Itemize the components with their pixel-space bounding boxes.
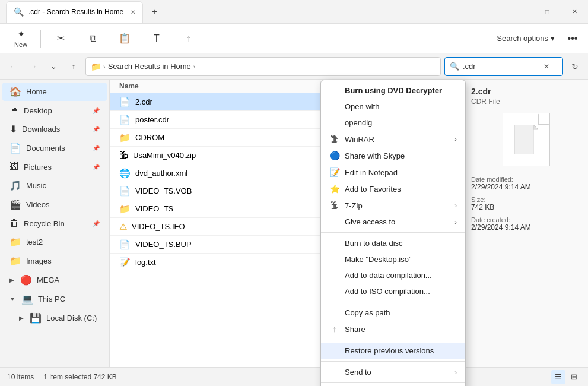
file-icon-video-bup: 📄 — [119, 239, 131, 250]
ctx-add-data-compilation[interactable]: Add to data compilation... — [321, 267, 465, 283]
ctx-winrar-icon: 🗜 — [329, 134, 340, 144]
main-layout: 🏠 Home 🖥 Desktop 📌 ⬇ Downloads 📌 📄 Docum… — [0, 80, 588, 367]
minimize-button[interactable]: ─ — [506, 0, 533, 24]
detail-row-modified: Date modified: 2/29/2024 9:14 AM — [471, 176, 581, 191]
search-options-chevron-icon: ▾ — [551, 34, 555, 43]
ctx-opendlg-label: opendlg — [345, 118, 372, 127]
new-label: New — [14, 41, 27, 48]
search-options-label: Search options — [497, 34, 548, 43]
window-controls: ─ □ ✕ — [506, 0, 588, 24]
ctx-burn-dvd-label: Burn using DVD Decrypter — [345, 86, 442, 95]
ctx-share[interactable]: ↑ Share — [321, 321, 465, 337]
maximize-button[interactable]: □ — [533, 0, 561, 24]
ctx-open-with[interactable]: Open with — [321, 99, 465, 115]
ctx-7zip[interactable]: 🗜 7-Zip › — [321, 197, 465, 214]
ctx-copy-path[interactable]: Copy as path — [321, 305, 465, 321]
file-icon-video-ts: 📁 — [119, 204, 131, 214]
back-button[interactable]: ← — [5, 58, 21, 75]
sidebar-item-mega[interactable]: ▶ 🔴 MEGA — [2, 271, 107, 289]
detail-created-value: 2/29/2024 9:14 AM — [471, 223, 581, 232]
file-icon-dvdauthor: 🌐 — [119, 168, 131, 179]
ctx-add-favorites-label: Add to Favorites — [345, 185, 401, 194]
ctx-make-iso[interactable]: Make "Desktop.iso" — [321, 251, 465, 267]
ctx-sep-5 — [321, 382, 465, 383]
ctx-favorites-icon: ⭐ — [329, 184, 340, 194]
ctx-send-to[interactable]: Send to › — [321, 364, 465, 380]
detail-modified-label: Date modified: — [471, 176, 581, 183]
sidebar-downloads-label: Downloads — [22, 125, 88, 134]
detail-created-label: Date created: — [471, 216, 581, 223]
ctx-give-access[interactable]: Give access to › — [321, 214, 465, 230]
breadcrumb-end-chevron-icon: › — [193, 63, 196, 70]
detail-size-value: 742 KB — [471, 203, 581, 211]
copy-button[interactable]: ⧉ — [78, 31, 107, 46]
new-button[interactable]: ✦ New — [6, 26, 36, 50]
sidebar-item-videos[interactable]: 🎬 Videos — [2, 195, 107, 214]
this-pc-icon: 💻 — [21, 293, 33, 305]
sidebar-item-recyclebin[interactable]: 🗑 Recycle Bin 📌 — [2, 214, 107, 232]
music-icon: 🎵 — [9, 180, 21, 191]
share-button[interactable]: ↑ — [174, 31, 204, 46]
refresh-button[interactable]: ↻ — [567, 58, 583, 75]
sidebar-music-label: Music — [26, 181, 100, 190]
sidebar-this-pc-label: This PC — [38, 295, 100, 303]
more-options-button[interactable]: ••• — [563, 29, 582, 48]
recycle-bin-icon: 🗑 — [9, 218, 19, 229]
rename-button[interactable]: T — [142, 31, 171, 46]
ctx-add-favorites[interactable]: ⭐ Add to Favorites — [321, 181, 465, 197]
ctx-7zip-arrow-icon: › — [454, 202, 457, 209]
recent-locations-button[interactable]: ⌄ — [45, 58, 62, 75]
status-bar: 10 items 1 item selected 742 KB ☰ ⊞ — [0, 367, 588, 386]
search-box: 🔍 ✕ — [444, 57, 563, 76]
search-options-button[interactable]: Search options ▾ — [491, 31, 561, 45]
view-grid-button[interactable]: ⊞ — [567, 370, 581, 384]
pin-pictures-icon: 📌 — [93, 164, 100, 170]
detail-file-svg — [514, 125, 538, 154]
mega-icon: 🔴 — [20, 274, 32, 286]
sidebar-item-desktop[interactable]: 🖥 Desktop 📌 — [2, 102, 107, 119]
copy-icon: ⧉ — [90, 33, 96, 44]
local-disk-expand-icon: ▶ — [19, 315, 24, 321]
detail-panel: 2.cdr CDR File Date modified: 2/29/2024 … — [463, 80, 588, 367]
sidebar-item-pictures[interactable]: 🖼 Pictures 📌 — [2, 158, 107, 176]
sidebar-recyclebin-label: Recycle Bin — [24, 219, 88, 228]
ctx-7zip-label: 7-Zip — [345, 201, 363, 210]
title-tab[interactable]: 🔍 .cdr - Search Results in Home ✕ — [6, 1, 143, 23]
ctx-burn-dvd[interactable]: Burn using DVD Decrypter — [321, 83, 465, 99]
ctx-add-data-compilation-label: Add to data compilation... — [345, 271, 432, 280]
ctx-share-skype[interactable]: 🔵 Share with Skype — [321, 147, 465, 164]
search-input[interactable] — [463, 62, 540, 71]
ctx-opendlg[interactable]: opendlg — [321, 115, 465, 131]
share-icon: ↑ — [186, 33, 191, 44]
sidebar-item-home[interactable]: 🏠 Home — [2, 83, 107, 101]
sidebar-item-test2[interactable]: 📁 test2 — [2, 233, 107, 251]
new-tab-button[interactable]: + — [145, 3, 163, 21]
sidebar-item-downloads[interactable]: ⬇ Downloads 📌 — [2, 120, 107, 138]
sidebar-home-label: Home — [26, 87, 100, 96]
view-list-button[interactable]: ☰ — [551, 370, 565, 384]
up-button[interactable]: ↑ — [65, 58, 82, 75]
ctx-copy-path-label: Copy as path — [345, 308, 390, 317]
sidebar-item-images[interactable]: 📁 Images — [2, 252, 107, 270]
ctx-winrar[interactable]: 🗜 WinRAR › — [321, 131, 465, 147]
file-icon-video-vob: 📄 — [119, 186, 131, 197]
ctx-share-label: Share — [345, 325, 365, 334]
ctx-burn-disc[interactable]: Burn to data disc — [321, 235, 465, 251]
ctx-add-iso-compilation[interactable]: Add to ISO compilation... — [321, 283, 465, 299]
file-icon-log: 📝 — [119, 257, 131, 268]
paste-button[interactable]: 📋 — [110, 30, 139, 46]
forward-button[interactable]: → — [25, 58, 42, 75]
close-button[interactable]: ✕ — [561, 0, 588, 24]
search-clear-icon[interactable]: ✕ — [543, 62, 549, 71]
cut-button[interactable]: ✂ — [46, 30, 75, 46]
ctx-notepad-icon: 📝 — [329, 167, 340, 177]
ctx-edit-notepad[interactable]: 📝 Edit in Notepad — [321, 164, 465, 181]
sidebar-item-this-pc[interactable]: ▼ 💻 This PC — [2, 290, 107, 308]
sidebar-item-music[interactable]: 🎵 Music — [2, 176, 107, 195]
sidebar-item-documents[interactable]: 📄 Documents 📌 — [2, 139, 107, 157]
sidebar-item-local-disk[interactable]: ▶ 💾 Local Disk (C:) — [2, 309, 107, 327]
tab-close-icon[interactable]: ✕ — [131, 9, 135, 15]
breadcrumb[interactable]: 📁 › Search Results in Home › — [85, 57, 441, 76]
documents-icon: 📄 — [9, 143, 21, 154]
ctx-restore-versions[interactable]: Restore previous versions — [321, 343, 465, 359]
